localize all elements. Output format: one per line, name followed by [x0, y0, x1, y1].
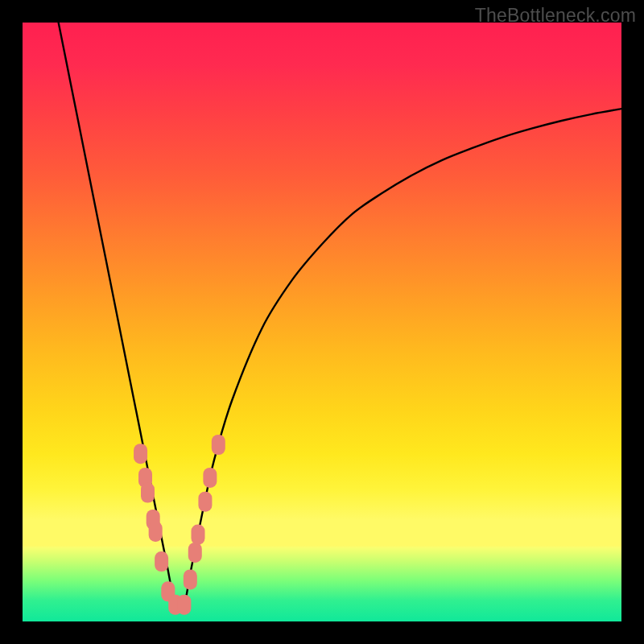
data-marker: [203, 468, 217, 488]
bottleneck-curve: [59, 23, 621, 608]
data-marker: [191, 525, 204, 545]
plot-area: [23, 23, 621, 621]
data-marker: [149, 522, 163, 542]
data-marker: [212, 435, 225, 455]
data-marker: [155, 551, 168, 572]
chart-container: TheBottleneck.com: [0, 0, 644, 644]
data-marker: [134, 444, 147, 464]
data-marker: [177, 595, 191, 615]
data-marker: [184, 569, 197, 589]
data-markers: [134, 435, 225, 615]
data-marker: [198, 492, 212, 512]
data-marker: [141, 483, 155, 503]
data-marker: [188, 543, 202, 563]
chart-curve-layer: [23, 23, 621, 621]
